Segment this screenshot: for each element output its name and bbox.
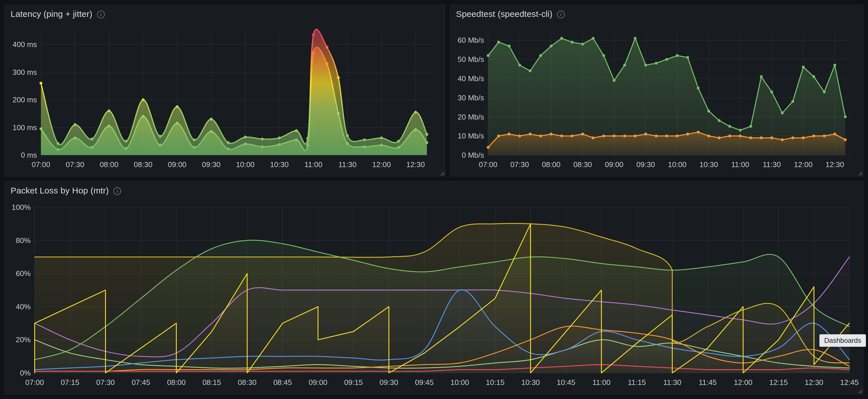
svg-text:07:30: 07:30 — [66, 160, 84, 169]
svg-text:10 Mb/s: 10 Mb/s — [458, 132, 485, 140]
panel-title: Latency (ping + jitter) — [10, 9, 92, 19]
svg-text:09:30: 09:30 — [380, 378, 398, 387]
svg-text:80%: 80% — [16, 236, 31, 245]
svg-text:08:00: 08:00 — [542, 160, 561, 169]
resize-handle-icon[interactable] — [858, 171, 862, 175]
panel-packetloss: Packet Loss by Hop (mtr) i 0%20%40%60%80… — [5, 181, 863, 394]
svg-text:100%: 100% — [12, 203, 31, 211]
svg-text:09:00: 09:00 — [605, 160, 623, 169]
svg-text:100 ms: 100 ms — [12, 123, 37, 132]
svg-text:12:15: 12:15 — [769, 378, 788, 387]
speedtest-chart[interactable]: 0 Mb/s10 Mb/s20 Mb/s30 Mb/s40 Mb/s50 Mb/… — [453, 23, 861, 173]
svg-text:12:00: 12:00 — [734, 378, 752, 387]
svg-text:11:15: 11:15 — [628, 378, 646, 387]
svg-text:09:30: 09:30 — [202, 160, 220, 169]
svg-text:12:30: 12:30 — [406, 160, 425, 169]
svg-text:07:30: 07:30 — [96, 378, 115, 387]
svg-text:08:00: 08:00 — [167, 378, 186, 387]
svg-text:12:00: 12:00 — [794, 160, 812, 169]
svg-text:10:00: 10:00 — [668, 160, 686, 169]
panel-title: Speedtest (speedtest-cli) — [456, 9, 553, 19]
latency-chart[interactable]: 0 ms100 ms200 ms300 ms400 ms07:0007:3008… — [7, 23, 443, 173]
svg-text:08:15: 08:15 — [203, 378, 221, 387]
svg-text:12:30: 12:30 — [825, 160, 844, 169]
svg-text:12:00: 12:00 — [372, 160, 391, 169]
svg-text:11:00: 11:00 — [592, 378, 610, 387]
svg-text:11:30: 11:30 — [663, 378, 681, 387]
svg-text:10:15: 10:15 — [486, 378, 504, 387]
svg-text:10:30: 10:30 — [700, 160, 718, 169]
svg-text:30 Mb/s: 30 Mb/s — [458, 93, 485, 102]
svg-text:11:45: 11:45 — [699, 378, 717, 387]
latency-canvas: 0 ms100 ms200 ms300 ms400 ms07:0007:3008… — [7, 23, 443, 173]
svg-text:11:00: 11:00 — [731, 160, 749, 169]
panel-latency-header[interactable]: Latency (ping + jitter) i — [5, 5, 445, 23]
svg-text:20%: 20% — [16, 335, 31, 344]
svg-text:10:45: 10:45 — [557, 378, 576, 387]
svg-text:07:00: 07:00 — [31, 160, 50, 169]
speedtest-canvas: 0 Mb/s10 Mb/s20 Mb/s30 Mb/s40 Mb/s50 Mb/… — [453, 23, 861, 173]
svg-text:200 ms: 200 ms — [12, 95, 37, 104]
svg-text:400 ms: 400 ms — [12, 40, 37, 49]
info-icon[interactable]: i — [557, 10, 565, 18]
svg-text:10:00: 10:00 — [450, 378, 469, 387]
svg-text:11:30: 11:30 — [763, 160, 781, 169]
svg-text:40%: 40% — [16, 303, 31, 311]
svg-text:09:00: 09:00 — [168, 160, 186, 169]
svg-text:11:30: 11:30 — [338, 160, 356, 169]
info-icon[interactable]: i — [97, 10, 105, 18]
svg-text:20 Mb/s: 20 Mb/s — [458, 113, 485, 121]
svg-text:08:30: 08:30 — [134, 160, 152, 169]
info-icon[interactable]: i — [113, 187, 121, 195]
panel-latency: Latency (ping + jitter) i 0 ms100 ms200 … — [5, 5, 445, 177]
svg-text:08:30: 08:30 — [238, 378, 256, 387]
svg-text:09:15: 09:15 — [344, 378, 363, 387]
resize-handle-icon[interactable] — [440, 171, 444, 175]
svg-text:07:00: 07:00 — [479, 160, 497, 169]
svg-text:0%: 0% — [20, 369, 31, 377]
svg-text:12:45: 12:45 — [840, 378, 859, 387]
svg-text:09:00: 09:00 — [309, 378, 327, 387]
svg-text:07:15: 07:15 — [61, 378, 79, 387]
svg-text:11:00: 11:00 — [304, 160, 322, 169]
svg-text:10:30: 10:30 — [521, 378, 540, 387]
svg-text:0 Mb/s: 0 Mb/s — [462, 151, 484, 160]
svg-text:07:30: 07:30 — [510, 160, 529, 169]
svg-text:08:45: 08:45 — [273, 378, 292, 387]
svg-text:10:30: 10:30 — [270, 160, 288, 169]
svg-text:0 ms: 0 ms — [21, 151, 37, 160]
svg-text:09:30: 09:30 — [637, 160, 655, 169]
svg-text:08:30: 08:30 — [574, 160, 592, 169]
svg-text:60 Mb/s: 60 Mb/s — [458, 36, 485, 45]
svg-text:50 Mb/s: 50 Mb/s — [458, 55, 485, 64]
svg-text:60%: 60% — [16, 269, 31, 278]
svg-text:300 ms: 300 ms — [12, 68, 37, 77]
svg-text:07:45: 07:45 — [132, 378, 150, 387]
svg-text:09:45: 09:45 — [415, 378, 434, 387]
packetloss-chart[interactable]: 0%20%40%60%80%100%07:0007:1507:3007:4508… — [7, 200, 861, 391]
panel-packetloss-header[interactable]: Packet Loss by Hop (mtr) i — [5, 181, 863, 200]
resize-handle-icon[interactable] — [858, 389, 862, 393]
packetloss-canvas: 0%20%40%60%80%100%07:0007:1507:3007:4508… — [7, 200, 861, 391]
panel-speedtest-header[interactable]: Speedtest (speedtest-cli) i — [450, 5, 863, 23]
svg-text:10:00: 10:00 — [236, 160, 254, 169]
svg-text:40 Mb/s: 40 Mb/s — [458, 74, 485, 83]
svg-text:12:30: 12:30 — [805, 378, 823, 387]
svg-text:07:00: 07:00 — [25, 378, 44, 387]
svg-text:08:00: 08:00 — [100, 160, 118, 169]
dashboards-tooltip: Dashboards — [819, 334, 866, 347]
panel-title: Packet Loss by Hop (mtr) — [10, 186, 109, 196]
panel-speedtest: Speedtest (speedtest-cli) i 0 Mb/s10 Mb/… — [450, 5, 863, 177]
